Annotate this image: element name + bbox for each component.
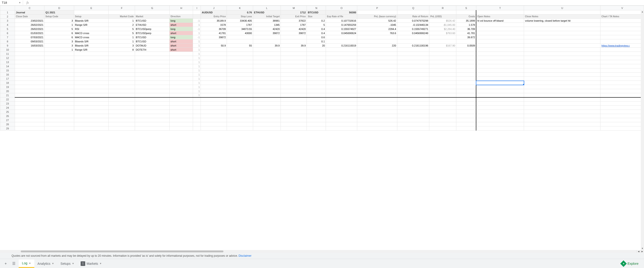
cell-G18[interactable] xyxy=(135,81,170,85)
cell-N8[interactable]: 0.1 xyxy=(307,39,326,44)
cell-N12[interactable] xyxy=(307,56,326,60)
cell-P15[interactable] xyxy=(357,68,397,72)
cell-P1[interactable] xyxy=(357,10,397,14)
cell-T16[interactable] xyxy=(476,72,524,77)
cell-U27[interactable] xyxy=(524,118,600,122)
cell-V18[interactable] xyxy=(600,81,644,85)
cell-F5[interactable]: 5 xyxy=(109,27,135,31)
add-sheet-button[interactable]: + xyxy=(2,260,9,267)
cell-D4[interactable]: 1 xyxy=(44,23,74,27)
col-header-Q[interactable]: Q xyxy=(397,6,429,10)
cell-T27[interactable] xyxy=(476,118,524,122)
cell-H17[interactable] xyxy=(170,77,193,81)
cell-V22[interactable] xyxy=(600,98,644,102)
cell-T17[interactable] xyxy=(476,77,524,81)
cell-C2[interactable]: Close Date xyxy=(15,14,44,19)
cell-O10[interactable] xyxy=(326,48,357,52)
cell-T28[interactable] xyxy=(476,122,524,126)
cell-N19[interactable] xyxy=(307,85,326,89)
cell-Q4[interactable]: -0.132446134 xyxy=(397,23,429,27)
cell-V7[interactable] xyxy=(600,35,644,39)
cell-D10[interactable]: 1 xyxy=(44,48,74,52)
cell-L27[interactable] xyxy=(253,118,281,122)
cell-U18[interactable] xyxy=(524,81,600,85)
cell-G7[interactable]: BTCUSD xyxy=(135,35,170,39)
cell-P3[interactable]: 526.42 xyxy=(357,19,397,23)
cell-V25[interactable] xyxy=(600,110,644,114)
cell-N26[interactable] xyxy=(307,114,326,118)
cell-F6[interactable]: 5 xyxy=(109,31,135,35)
cell-J9[interactable]: 50.9 xyxy=(201,44,227,48)
cell-C11[interactable] xyxy=(15,52,44,56)
chevron-down-icon[interactable]: ▼ xyxy=(100,262,102,265)
cell-I26[interactable] xyxy=(193,114,201,118)
cell-L20[interactable] xyxy=(253,89,281,93)
cell-M26[interactable] xyxy=(281,114,307,118)
cell-T18[interactable] xyxy=(476,81,524,85)
cell-D1[interactable]: Q1 2021 xyxy=(44,10,74,14)
cell-R11[interactable] xyxy=(429,52,456,56)
cell-G12[interactable] xyxy=(135,56,170,60)
cell-Q15[interactable] xyxy=(397,68,429,72)
cell-N4[interactable]: 5 xyxy=(307,23,326,27)
cell-H15[interactable] xyxy=(170,68,193,72)
cell-O16[interactable] xyxy=(326,72,357,77)
col-header-S[interactable]: S xyxy=(456,6,476,10)
cell-T24[interactable] xyxy=(476,106,524,110)
cell-K2[interactable]: Stop Loss xyxy=(227,14,253,19)
cell-O11[interactable] xyxy=(326,52,357,56)
cell-P6[interactable]: 763.6 xyxy=(357,31,397,35)
row-header[interactable]: 15 xyxy=(0,68,15,72)
cell-S18[interactable] xyxy=(456,81,476,85)
col-header-U[interactable]: U xyxy=(524,6,600,10)
col-header-V[interactable]: V xyxy=(600,6,644,10)
cell-N1[interactable]: BTCUSD xyxy=(307,10,326,14)
corner-cell[interactable] xyxy=(0,6,15,10)
name-box[interactable]: T18 ▼ xyxy=(0,0,23,5)
cell-N7[interactable]: 0.6 xyxy=(307,35,326,39)
cell-V14[interactable] xyxy=(600,64,644,68)
cell-O4[interactable]: 0.147655259 xyxy=(326,23,357,27)
cell-F26[interactable] xyxy=(109,114,135,118)
cell-F24[interactable] xyxy=(109,106,135,110)
cell-I12[interactable]: 1 xyxy=(193,56,201,60)
cell-P10[interactable] xyxy=(357,48,397,52)
cell-H13[interactable] xyxy=(170,60,193,64)
cell-C4[interactable]: 26/02/2021 xyxy=(15,23,44,27)
cell-J6[interactable]: 41781 xyxy=(201,31,227,35)
cell-H19[interactable] xyxy=(170,85,193,89)
cell-P22[interactable] xyxy=(357,98,397,102)
cell-O26[interactable] xyxy=(326,114,357,118)
scroll-left-icon[interactable]: ◀ xyxy=(637,250,640,253)
cell-K7[interactable] xyxy=(227,35,253,39)
cell-U25[interactable] xyxy=(524,110,600,114)
col-header-C[interactable]: C xyxy=(15,6,44,10)
cell-P18[interactable] xyxy=(357,81,397,85)
cell-U20[interactable] xyxy=(524,89,600,93)
cell-H16[interactable] xyxy=(170,72,193,77)
cell-L6[interactable]: 39872 xyxy=(253,31,281,35)
cell-V8[interactable] xyxy=(600,39,644,44)
cell-C12[interactable] xyxy=(15,56,44,60)
cell-K24[interactable] xyxy=(227,106,253,110)
spreadsheet-grid[interactable]: CDEFGHIJKLMNOPQRSTUV1JournalQ1 2021AUDUS… xyxy=(0,6,644,250)
cell-T29[interactable] xyxy=(476,126,524,130)
cell-D21[interactable] xyxy=(44,93,74,98)
cell-V28[interactable] xyxy=(600,122,644,126)
cell-S10[interactable] xyxy=(456,48,476,52)
cell-D14[interactable] xyxy=(44,64,74,68)
cell-F21[interactable] xyxy=(109,93,135,98)
cell-H4[interactable]: short xyxy=(170,23,193,27)
cell-M1[interactable]: 1712 xyxy=(281,10,307,14)
cell-V24[interactable] xyxy=(600,106,644,110)
cell-N17[interactable] xyxy=(307,77,326,81)
cell-M18[interactable] xyxy=(281,81,307,85)
cell-I15[interactable]: 1 xyxy=(193,68,201,72)
cell-O22[interactable] xyxy=(326,98,357,102)
cell-U15[interactable] xyxy=(524,68,600,72)
cell-N24[interactable] xyxy=(307,106,326,110)
cell-J7[interactable]: 39872 xyxy=(201,35,227,39)
col-header-N[interactable]: N xyxy=(307,6,326,10)
cell-E17[interactable] xyxy=(74,77,109,81)
cell-Q2[interactable]: Rate of Return xyxy=(397,14,429,19)
